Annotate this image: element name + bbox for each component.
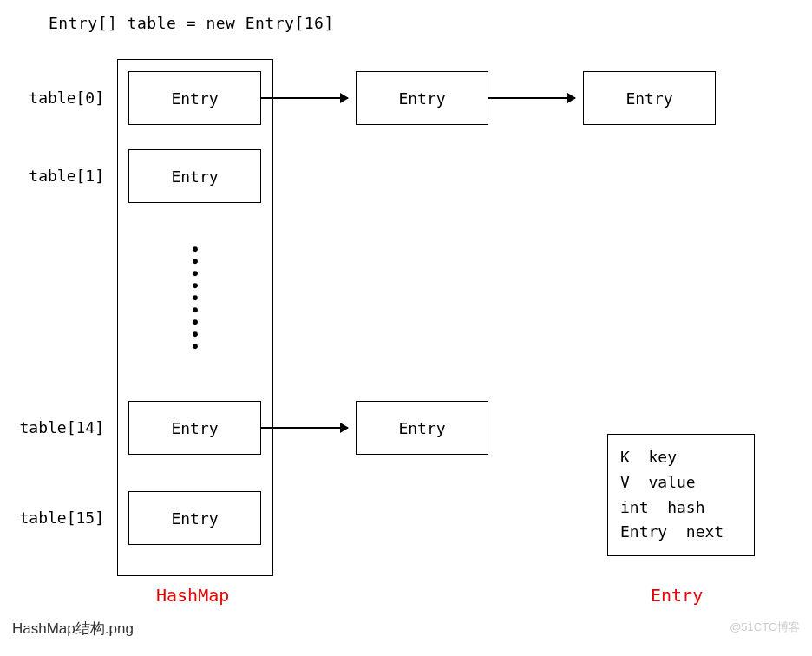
- index-label-15: table[15]: [17, 508, 104, 527]
- chain-node-14-1: Entry: [356, 401, 488, 455]
- diagram-canvas: Entry[] table = new Entry[16] table[0] t…: [0, 0, 812, 656]
- chain-node-0-2: Entry: [583, 71, 716, 125]
- chain-node-0-1-text: Entry: [398, 89, 445, 108]
- hashmap-label: HashMap: [156, 585, 229, 606]
- arrow-14-1: [261, 427, 348, 429]
- ellipsis-icon: ●●●●●●●●●: [117, 243, 273, 352]
- index-label-1: table[1]: [17, 167, 104, 185]
- array-declaration: Entry[] table = new Entry[16]: [49, 14, 334, 32]
- arrow-0-2: [488, 97, 575, 99]
- index-label-14: table[14]: [17, 418, 104, 436]
- chain-node-0-1: Entry: [356, 71, 488, 125]
- index-label-0: table[0]: [17, 89, 104, 107]
- bucket-0-text: Entry: [171, 89, 218, 108]
- bucket-1-text: Entry: [171, 167, 218, 186]
- chain-node-14-1-text: Entry: [398, 419, 445, 437]
- bucket-0: Entry: [128, 71, 261, 125]
- bucket-15: Entry: [128, 491, 261, 545]
- arrow-0-1: [261, 97, 348, 99]
- entry-definition-box: K key V value int hash Entry next: [607, 434, 755, 556]
- caption-text: HashMap结构.png: [12, 619, 134, 639]
- bucket-14: Entry: [128, 401, 261, 455]
- entry-label: Entry: [651, 585, 703, 606]
- bucket-1: Entry: [128, 149, 261, 203]
- watermark-text: @51CTO博客: [730, 620, 800, 635]
- chain-node-0-2-text: Entry: [625, 89, 672, 108]
- bucket-14-text: Entry: [171, 419, 218, 437]
- bucket-15-text: Entry: [171, 509, 218, 528]
